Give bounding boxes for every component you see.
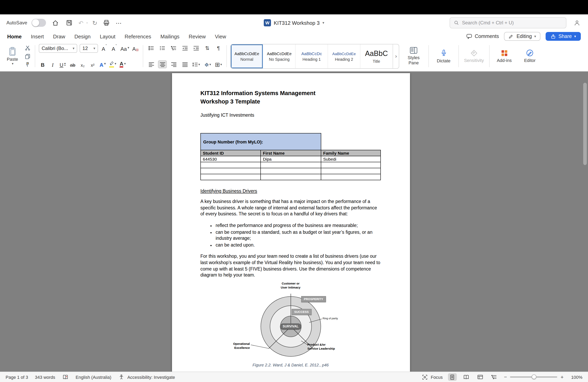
numbered-list-icon[interactable] [158, 44, 167, 52]
decrease-indent-icon[interactable] [180, 44, 189, 52]
cell-family-name[interactable]: Subedi [321, 156, 381, 162]
zoom-slider[interactable] [510, 376, 557, 378]
cell-first-name[interactable]: Dipa [261, 156, 321, 162]
cell-family-name[interactable] [321, 168, 381, 174]
line-spacing-icon[interactable]: ▾ [192, 60, 200, 68]
tab-layout[interactable]: Layout [100, 33, 115, 39]
zoom-out-button[interactable]: − [504, 374, 507, 380]
tab-draw[interactable]: Draw [53, 33, 65, 39]
print-layout-view-icon[interactable] [448, 373, 457, 381]
web-layout-view-icon[interactable] [476, 373, 485, 381]
format-painter-icon[interactable] [24, 61, 31, 68]
dictate-button[interactable]: Dictate [432, 43, 455, 69]
subscript-button[interactable]: x₂ [79, 60, 86, 68]
accessibility-status[interactable]: Accessibility: Investigate [118, 374, 175, 381]
document-title-group[interactable]: W KIT312 Workshop 3 ▾ [264, 19, 324, 26]
cell-student-id[interactable] [201, 174, 261, 180]
vertical-scrollbar-thumb[interactable] [583, 83, 587, 165]
undo-chevron-icon[interactable]: ▾ [86, 21, 88, 25]
text-effects-button[interactable]: A▾ [99, 60, 106, 68]
page-indicator[interactable]: Page 1 of 3 [6, 375, 28, 379]
font-color-button[interactable]: A▾ [119, 60, 126, 68]
comments-button[interactable]: Comments [466, 33, 499, 39]
increase-indent-icon[interactable] [192, 44, 200, 52]
home-icon[interactable] [50, 18, 60, 28]
superscript-button[interactable]: x² [89, 60, 96, 68]
proofing-status-icon[interactable] [62, 374, 69, 381]
group-number-cell[interactable]: Group Number (from MyLO): [200, 133, 321, 150]
cut-icon[interactable] [24, 45, 31, 51]
align-right-icon[interactable] [169, 60, 178, 68]
cell-first-name[interactable] [261, 168, 321, 174]
zoom-slider-thumb[interactable] [532, 374, 537, 379]
account-icon[interactable] [572, 18, 582, 28]
autosave-toggle[interactable] [32, 19, 46, 27]
add-ins-button[interactable]: Add-ins [493, 43, 515, 69]
redo-icon[interactable]: ↻ [92, 20, 97, 26]
tab-home[interactable]: Home [7, 33, 21, 39]
underline-button[interactable]: U▾ [59, 60, 66, 68]
show-paragraph-marks-icon[interactable]: ¶ [214, 44, 223, 52]
cell-student-id[interactable]: 644530 [201, 156, 261, 162]
styles-gallery-expand-icon[interactable]: › [393, 44, 399, 68]
editor-button[interactable]: Editor [519, 43, 541, 69]
cell-student-id[interactable] [201, 168, 261, 174]
align-left-icon[interactable] [147, 60, 156, 68]
style-heading-2[interactable]: AaBbCcDdEe Heading 2 [328, 44, 360, 68]
change-case-button[interactable]: Aa▾ [120, 44, 129, 52]
zoom-in-button[interactable]: + [561, 374, 564, 380]
zoom-level[interactable]: 100% [569, 375, 582, 379]
more-commands-icon[interactable]: ⋯ [116, 20, 122, 26]
editing-mode-dropdown[interactable]: Editing ▾ [504, 32, 541, 41]
multilevel-list-icon[interactable] [169, 44, 178, 52]
copy-icon[interactable] [24, 53, 31, 59]
focus-mode-button[interactable]: Focus [421, 374, 443, 381]
paste-label: Paste [7, 57, 18, 61]
language-indicator[interactable]: English (Australia) [76, 375, 111, 379]
print-icon[interactable] [102, 18, 111, 28]
comments-icon [466, 33, 472, 39]
document-page[interactable]: KIT312 Information Systems Management Wo… [172, 73, 410, 372]
word-count[interactable]: 343 words [35, 375, 55, 379]
tab-review[interactable]: Review [189, 33, 206, 39]
shading-icon[interactable]: ▾ [203, 60, 211, 68]
tab-insert[interactable]: Insert [31, 33, 44, 39]
search-input[interactable]: Search (Cmd + Ctrl + U) [450, 17, 567, 28]
tab-design[interactable]: Design [74, 33, 91, 39]
italic-button[interactable]: I [49, 60, 56, 68]
tab-mailings[interactable]: Mailings [160, 33, 179, 39]
sensitivity-button[interactable]: Sensitivity [462, 43, 485, 69]
cell-family-name[interactable] [321, 174, 381, 180]
cell-student-id[interactable] [201, 162, 261, 168]
styles-pane-button[interactable]: Styles Pane [402, 43, 425, 69]
shrink-font-button[interactable]: Aˇ [110, 44, 118, 52]
save-icon[interactable] [64, 18, 74, 28]
font-name-select[interactable]: Calibri (Bo... ▾ [39, 44, 77, 53]
style-normal[interactable]: AaBbCcDdEe Normal [231, 44, 263, 68]
justify-icon[interactable] [180, 60, 189, 68]
borders-icon[interactable]: ⊞▾ [214, 60, 223, 68]
title-chevron-icon[interactable]: ▾ [322, 21, 324, 25]
paste-button[interactable]: Paste ▾ [4, 46, 21, 66]
sort-icon[interactable]: ⇅ [203, 44, 211, 52]
grow-font-button[interactable]: Aˆ [100, 44, 108, 52]
style-heading-1[interactable]: AaBbCcDc Heading 1 [295, 44, 328, 68]
style-title[interactable]: AaBbC Title [360, 44, 393, 68]
clear-formatting-button[interactable]: A [132, 44, 139, 52]
font-size-select[interactable]: 12 ▾ [80, 44, 98, 53]
bullet-list-icon[interactable] [147, 44, 156, 52]
bold-button[interactable]: B [39, 60, 46, 68]
share-button[interactable]: Share ▾ [546, 32, 581, 41]
align-center-icon[interactable] [158, 60, 167, 68]
style-no-spacing[interactable]: AaBbCcDdEe No Spacing [263, 44, 295, 68]
undo-icon[interactable]: ↶ [78, 20, 84, 26]
tab-references[interactable]: References [125, 33, 151, 39]
read-mode-view-icon[interactable] [462, 373, 471, 381]
cell-first-name[interactable] [261, 162, 321, 168]
cell-first-name[interactable] [261, 174, 321, 180]
strikethrough-button[interactable]: ab [69, 60, 76, 68]
tab-view[interactable]: View [215, 33, 226, 39]
highlight-button[interactable]: ▾ [109, 60, 116, 68]
outline-view-icon[interactable] [490, 373, 499, 381]
cell-family-name[interactable] [321, 162, 381, 168]
